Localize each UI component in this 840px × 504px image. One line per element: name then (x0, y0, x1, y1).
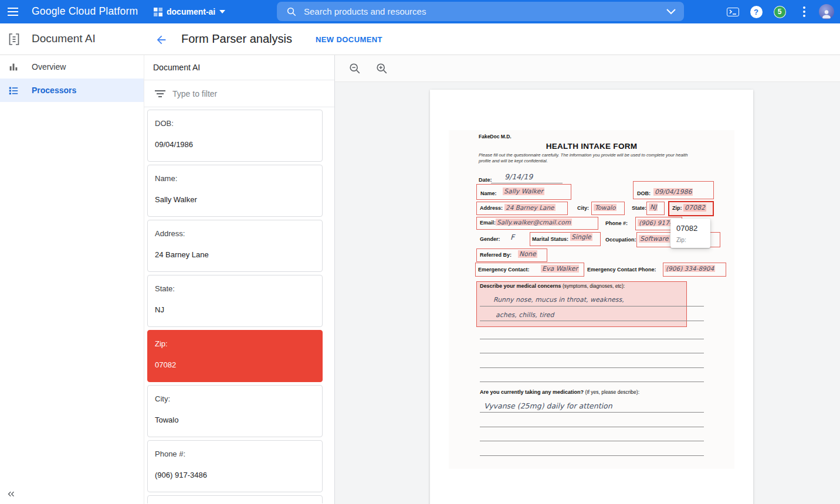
doc-marital-label: Marital Status: (532, 236, 568, 242)
kebab-icon (803, 6, 805, 17)
doc-medication-heading-rest: (If yes, please describe): (584, 389, 639, 395)
scanned-form: FakeDoc M.D. HEALTH INTAKE FORM Please f… (449, 130, 734, 469)
menu-icon[interactable] (6, 5, 20, 19)
field-card-label: Phone #: (155, 449, 315, 458)
field-card[interactable]: Zip: 07082 (147, 330, 323, 382)
document-page: FakeDoc M.D. HEALTH INTAKE FORM Please f… (430, 90, 753, 504)
doc-dob-value: 09/04/1986 (653, 188, 693, 196)
collapse-sidebar-button[interactable] (4, 486, 19, 502)
field-tooltip: 07082 Zip: (670, 219, 710, 248)
doc-zip-value: 07082 (683, 204, 706, 212)
line (480, 441, 704, 441)
doc-state-value: NJ (649, 203, 658, 211)
field-card-value: 09/04/1986 (155, 140, 315, 149)
field-card-value: NJ (155, 305, 315, 314)
doc-clinic-name: FakeDoc M.D. (479, 134, 512, 139)
help-icon: ? (750, 6, 763, 18)
search-bar[interactable] (277, 2, 684, 21)
doc-address-value: 24 Barney Lane (504, 204, 556, 211)
person-icon (821, 9, 832, 19)
notifications-button[interactable]: 5 (773, 5, 786, 18)
field-card[interactable]: Name: Sally Walker (147, 165, 323, 217)
field-card-value: 07082 (155, 360, 315, 369)
filter-bar (144, 80, 334, 107)
field-card-value: Sally Walker (155, 195, 315, 204)
panel-title: Document AI (144, 55, 334, 80)
line (480, 427, 704, 427)
doc-address-label: Address: (480, 205, 503, 211)
field-card-value: (906) 917-3486 (155, 471, 315, 479)
new-document-button[interactable]: NEW DOCUMENT (316, 35, 382, 44)
field-card-label: City: (155, 394, 315, 403)
doc-email-value: Sally.walker@cmail.com (496, 219, 572, 226)
filter-icon (155, 90, 165, 98)
doc-name-label: Name: (480, 190, 497, 196)
doc-title: HEALTH INTAKE FORM (449, 142, 734, 151)
zoom-in-icon (375, 62, 388, 75)
doc-medication-value: Vyvanse (25mg) daily for attention (484, 401, 612, 410)
line (480, 339, 704, 339)
field-card[interactable]: City: Towalo (147, 385, 323, 437)
field-card[interactable]: State: NJ (147, 275, 323, 327)
project-caret-icon (219, 10, 225, 13)
tooltip-value: 07082 (676, 224, 704, 233)
line (480, 353, 704, 353)
doc-referred-value: None (518, 250, 537, 258)
viewer-toolbar (335, 55, 840, 82)
zoom-out-icon (348, 62, 361, 75)
fields-panel: Document AI DOB: 09/04/1986 Name: Sally … (144, 55, 335, 504)
field-card[interactable] (147, 495, 323, 503)
topbar: Google Cloud Platform document-ai ? 5 (0, 0, 840, 23)
sidebar-item-label: Overview (32, 62, 66, 71)
field-card-label: State: (155, 284, 315, 293)
sidebar-item-label: Processors (32, 86, 76, 95)
back-button[interactable] (154, 33, 168, 47)
doc-email-label: Email: (480, 220, 496, 226)
field-card-label: DOB: (155, 119, 315, 128)
field-card[interactable]: DOB: 09/04/1986 (147, 110, 323, 162)
doc-city-value: Towalo (594, 204, 617, 211)
field-card-value: Towalo (155, 416, 315, 424)
zoom-out-button[interactable] (347, 60, 363, 77)
sidebar-item-overview[interactable]: Overview (0, 55, 144, 79)
gcp-logo[interactable]: Google Cloud Platform (32, 5, 138, 18)
line (480, 306, 704, 307)
zoom-in-button[interactable] (374, 60, 390, 77)
page-header: Document AI Form Parser analysis NEW DOC… (0, 23, 840, 55)
doc-gender-value: F (510, 233, 514, 241)
field-card[interactable]: Address: 24 Barney Lane (147, 220, 323, 272)
doc-occupation-label: Occupation: (605, 237, 636, 243)
cloud-shell-button[interactable] (726, 5, 739, 18)
back-arrow-icon (155, 33, 168, 46)
field-card[interactable]: Phone #: (906) 917-3486 (147, 440, 323, 492)
doc-concerns-heading-bold: Describe your medical concerns (480, 283, 561, 289)
sidebar-item-processors[interactable]: Processors (0, 79, 144, 102)
doc-emergency-contact-label: Emergency Contact: (478, 267, 530, 273)
doc-referred-label: Referred By: (480, 252, 512, 258)
document-viewer-area: FakeDoc M.D. HEALTH INTAKE FORM Please f… (335, 55, 840, 504)
processors-icon (8, 85, 19, 96)
doc-occupation-value: Software (639, 235, 670, 243)
page-title: Form Parser analysis (181, 32, 292, 46)
doc-name-value: Sally Walker (503, 188, 544, 195)
doc-state-label: State: (632, 205, 646, 211)
notification-badge: 5 (774, 6, 786, 18)
avatar[interactable] (819, 4, 834, 19)
help-button[interactable]: ? (750, 5, 763, 18)
document-viewer[interactable]: FakeDoc M.D. HEALTH INTAKE FORM Please f… (335, 82, 840, 504)
doc-phone-label: Phone #: (605, 220, 628, 226)
search-input[interactable] (297, 6, 666, 16)
more-options-button[interactable] (798, 5, 811, 18)
field-card-label: Address: (155, 229, 315, 238)
project-name: document-ai (167, 7, 215, 16)
search-chevron-icon[interactable] (666, 9, 676, 15)
project-selector[interactable]: document-ai (154, 0, 225, 23)
field-card-label: Name: (155, 174, 315, 183)
doc-concerns-line1: Runny nose, mucus in throat, weakness, (493, 296, 624, 304)
doc-gender-label: Gender: (480, 236, 500, 242)
app-title: Document AI (32, 32, 96, 45)
doc-concerns-heading: Describe your medical concerns (symptoms… (480, 283, 625, 289)
doc-city-label: City: (577, 205, 589, 211)
filter-input[interactable] (172, 89, 334, 98)
field-card-value: 24 Barney Lane (155, 250, 315, 259)
